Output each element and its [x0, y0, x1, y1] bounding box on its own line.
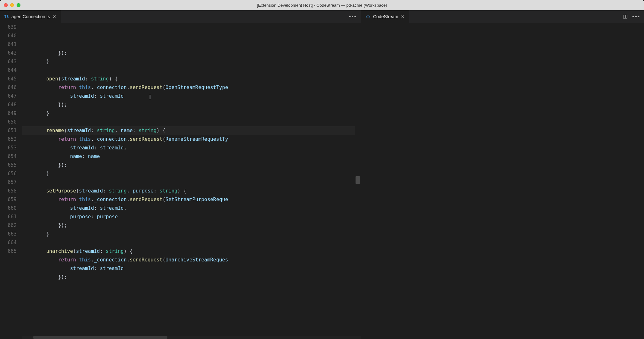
token: streamId: [79, 188, 103, 194]
code-line[interactable]: }: [22, 109, 361, 118]
token: ,: [124, 145, 126, 151]
close-window-button[interactable]: [4, 3, 8, 7]
line-number: 654: [0, 152, 17, 161]
token: name: [70, 154, 82, 159]
token: sendRequest: [130, 257, 163, 263]
close-icon[interactable]: ✕: [401, 14, 405, 19]
code-line[interactable]: streamId: streamId,: [22, 144, 361, 152]
token: name: [121, 128, 133, 133]
line-number: 646: [0, 83, 17, 92]
token: setPurpose: [46, 188, 76, 194]
editor-body[interactable]: 6396406416426436446456466476486496506516…: [0, 23, 361, 339]
token: [22, 145, 70, 151]
token: }: [22, 110, 49, 116]
token: _connection: [94, 85, 127, 90]
vertical-scrollbar[interactable]: [355, 23, 361, 339]
code-area[interactable]: }); } open(streamId: string) { return th…: [22, 23, 361, 339]
token: .: [127, 85, 130, 90]
code-line[interactable]: return this._connection.sendRequest(SetS…: [22, 195, 361, 204]
code-line[interactable]: });: [22, 161, 361, 170]
token: (: [58, 76, 61, 82]
line-number: 645: [0, 75, 17, 83]
codestream-panel: CodeStream ✕ •••: [361, 10, 644, 339]
code-line[interactable]: [22, 238, 361, 247]
token: this: [79, 257, 91, 263]
codestream-body[interactable]: [361, 23, 644, 339]
code-line[interactable]: [22, 178, 361, 187]
line-number: 663: [0, 230, 17, 238]
token: ) {: [177, 188, 186, 194]
token: [22, 248, 46, 254]
scrollbar-thumb[interactable]: [356, 176, 360, 184]
line-number: 665: [0, 247, 17, 256]
minimize-window-button[interactable]: [10, 3, 14, 7]
line-number-gutter: 6396406416426436446456466476486496506516…: [0, 23, 22, 339]
code-line[interactable]: streamId: streamId: [22, 92, 361, 101]
code-line[interactable]: }: [22, 230, 361, 238]
code-line[interactable]: rename(streamId: string, name: string) {: [22, 126, 361, 135]
token: [22, 205, 70, 211]
token: :: [94, 93, 100, 99]
editor-tab[interactable]: TS agentConnection.ts ✕: [0, 10, 61, 23]
code-line[interactable]: open(streamId: string) {: [22, 75, 361, 83]
code-line[interactable]: unarchive(streamId: string) {: [22, 247, 361, 256]
token: .: [91, 257, 94, 263]
close-icon[interactable]: ✕: [52, 14, 56, 19]
token: ) {: [157, 128, 165, 133]
token: (: [76, 188, 79, 194]
token: :: [103, 188, 109, 194]
code-line[interactable]: streamId: streamId,: [22, 204, 361, 213]
codestream-tab[interactable]: CodeStream ✕: [361, 10, 410, 23]
code-line[interactable]: });: [22, 49, 361, 57]
token: string: [109, 188, 127, 194]
code-line[interactable]: });: [22, 273, 361, 282]
code-line[interactable]: [22, 118, 361, 126]
titlebar[interactable]: [Extension Development Host] - CodeStrea…: [0, 0, 644, 10]
token: });: [22, 274, 67, 280]
line-number: 642: [0, 49, 17, 57]
code-line[interactable]: }: [22, 170, 361, 178]
line-number: 651: [0, 126, 17, 135]
line-number: 655: [0, 161, 17, 170]
editor-tab-actions: •••: [349, 10, 361, 23]
more-icon[interactable]: •••: [349, 14, 357, 19]
code-line[interactable]: });: [22, 101, 361, 109]
token: ,: [124, 205, 126, 211]
typescript-icon: TS: [4, 15, 9, 19]
horizontal-scrollbar[interactable]: [22, 336, 361, 339]
token: string: [106, 248, 124, 254]
token: [22, 85, 58, 90]
code-line[interactable]: streamId: streamId: [22, 264, 361, 273]
code-line[interactable]: purpose: purpose: [22, 213, 361, 221]
code-line[interactable]: [22, 66, 361, 75]
more-icon[interactable]: •••: [632, 14, 640, 19]
split-editor-icon[interactable]: [623, 14, 628, 19]
zoom-window-button[interactable]: [17, 3, 20, 7]
line-number: 639: [0, 23, 17, 32]
code-line[interactable]: return this._connection.sendRequest(Open…: [22, 83, 361, 92]
token: (: [73, 248, 76, 254]
scrollbar-thumb[interactable]: [33, 336, 167, 339]
code-line[interactable]: return this._connection.sendRequest(Unar…: [22, 256, 361, 264]
token: return: [58, 197, 76, 202]
token: [22, 197, 58, 202]
token: string: [97, 128, 115, 133]
token: [22, 214, 70, 220]
code-line[interactable]: return this._connection.sendRequest(Rena…: [22, 135, 361, 144]
token: .: [91, 136, 94, 142]
editor-group: TS agentConnection.ts ✕ ••• 639640641642…: [0, 10, 361, 339]
token: :: [154, 188, 160, 194]
code-line[interactable]: }: [22, 57, 361, 66]
token: streamId: [100, 93, 124, 99]
token: :: [91, 128, 97, 133]
token: this: [79, 136, 91, 142]
code-line[interactable]: setPurpose(streamId: string, purpose: st…: [22, 187, 361, 195]
token: OpenStreamRequestType: [165, 85, 228, 90]
token: ,: [115, 128, 121, 133]
code-line[interactable]: name: name: [22, 152, 361, 161]
codestream-icon: [365, 14, 371, 19]
line-number: 658: [0, 187, 17, 195]
token: }: [22, 171, 49, 177]
token: streamId: [70, 266, 94, 271]
code-line[interactable]: });: [22, 221, 361, 230]
